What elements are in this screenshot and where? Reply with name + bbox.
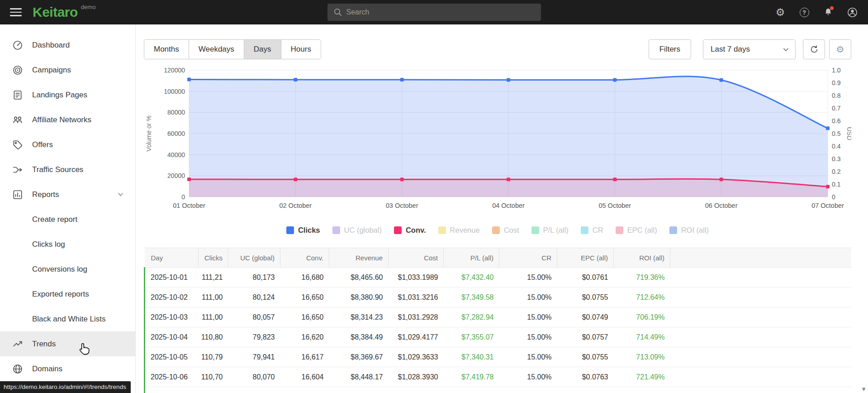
date-range-value: Last 7 days xyxy=(711,45,750,54)
table-cell: 111,00 xyxy=(199,307,228,327)
legend-item-revenue[interactable]: Revenue xyxy=(438,226,480,235)
table-cell: 111,00 xyxy=(199,288,228,307)
column-header: ROI (all) xyxy=(614,248,670,268)
table-cell: 80,070 xyxy=(228,367,280,387)
tab-hours[interactable]: Hours xyxy=(281,40,321,59)
table-cell: 79,823 xyxy=(228,327,280,347)
trends-icon xyxy=(12,339,23,350)
legend-item-epc-all-[interactable]: EPC (all) xyxy=(616,226,657,235)
table-cell: 2025-10-04 xyxy=(145,327,199,347)
sidebar-item-reports[interactable]: Reports xyxy=(0,182,135,207)
table-cell: $1,029.3633 xyxy=(389,347,444,367)
menu-icon[interactable] xyxy=(10,8,22,16)
legend-label: Conv. xyxy=(406,226,426,235)
table-cell: 15.00% xyxy=(499,307,557,327)
legend-swatch xyxy=(531,226,539,234)
table-cell: 15.00% xyxy=(499,347,557,367)
table-cell: 110,70 xyxy=(199,367,228,387)
sidebar-item-campaigns[interactable]: Campaigns xyxy=(0,58,135,82)
table-cell: 712.64% xyxy=(614,288,670,307)
sidebar-item-trends[interactable]: Trends xyxy=(0,331,135,356)
sidebar-item-label: Trends xyxy=(32,340,56,349)
legend-item-uc-global-[interactable]: UC (global) xyxy=(332,226,382,235)
help-icon[interactable]: ? xyxy=(798,6,810,18)
tab-weekdays[interactable]: Weekdays xyxy=(189,40,244,59)
tab-days[interactable]: Days xyxy=(244,40,281,59)
sidebar-item-label: Dashboard xyxy=(32,41,70,50)
interval-tabs: MonthsWeekdaysDaysHours xyxy=(144,39,321,59)
table-cell: 15.00% xyxy=(499,387,557,393)
sidebar-item-label: Traffic Sources xyxy=(32,165,83,174)
table-cell: 15.00% xyxy=(499,367,557,387)
trends-chart-canvas: 02000040000600008000010000012000000.10.2… xyxy=(144,66,851,215)
sidebar-item-clicks-log[interactable]: Clicks log xyxy=(0,232,135,257)
date-range-select[interactable]: Last 7 days xyxy=(703,39,796,59)
legend-item-p-l-all-[interactable]: P/L (all) xyxy=(531,226,569,235)
sidebar-item-label: Create report xyxy=(32,215,77,224)
table-cell: 16,617 xyxy=(280,347,329,367)
refresh-button[interactable] xyxy=(803,39,825,59)
legend-label: Revenue xyxy=(450,226,480,235)
sidebar-item-create-report[interactable]: Create report xyxy=(0,207,135,232)
legend-item-cr[interactable]: CR xyxy=(581,226,603,235)
table-cell: 9,741 xyxy=(280,387,329,393)
table-cell: 16,620 xyxy=(280,327,329,347)
svg-text:0.5: 0.5 xyxy=(832,130,841,137)
svg-text:0: 0 xyxy=(181,193,185,201)
column-header: UC (global) xyxy=(228,248,280,268)
sidebar-item-domains[interactable]: Domains xyxy=(0,356,135,381)
svg-text:04 October: 04 October xyxy=(492,202,525,209)
table-cell: $0.0755 xyxy=(557,347,614,367)
sidebar-item-affiliate-networks[interactable]: Affiliate Networks xyxy=(0,107,135,132)
legend-item-conv-[interactable]: Conv. xyxy=(394,226,426,235)
legend-swatch xyxy=(394,226,402,234)
legend-item-cost[interactable]: Cost xyxy=(492,226,519,235)
column-header: Cost xyxy=(389,248,444,268)
sidebar-item-conversions-log[interactable]: Conversions log xyxy=(0,257,135,282)
logo[interactable]: Keitaro xyxy=(33,5,78,19)
sidebar-item-offers[interactable]: Offers xyxy=(0,132,135,157)
legend-swatch xyxy=(581,226,588,234)
report-toolbar: MonthsWeekdaysDaysHours Filters Last 7 d… xyxy=(144,39,851,59)
chart-settings-button[interactable]: ⚙ xyxy=(829,39,851,59)
status-url-tooltip: https://demo.keitaro.io/admin/#!/trends/… xyxy=(0,381,131,393)
legend-label: ROI (all) xyxy=(681,226,709,235)
table-cell: 15.00% xyxy=(499,288,557,307)
sidebar-item-exported-reports[interactable]: Exported reports xyxy=(0,282,135,307)
table-cell: $1,028.3930 xyxy=(389,367,444,387)
search-input[interactable] xyxy=(327,4,541,21)
filters-button[interactable]: Filters xyxy=(649,39,691,59)
legend-swatch xyxy=(286,226,294,234)
sidebar-item-black-and-white-lists[interactable]: Black and White Lists xyxy=(0,307,135,331)
scrollbar-down-arrow[interactable]: ▼ xyxy=(861,386,867,392)
svg-text:05 October: 05 October xyxy=(598,202,631,209)
topbar: Keitaro demo ⚙ ? xyxy=(0,0,868,24)
sidebar-item-landings-pages[interactable]: Landings Pages xyxy=(0,82,135,107)
table-cell: $4,963.24 xyxy=(329,387,389,393)
legend-item-clicks[interactable]: Clicks xyxy=(286,226,320,235)
sidebar-item-label: Conversions log xyxy=(32,265,87,274)
table-cell: $0.0757 xyxy=(557,327,614,347)
svg-text:120000: 120000 xyxy=(164,67,185,74)
user-account-icon[interactable] xyxy=(846,6,858,18)
svg-text:02 October: 02 October xyxy=(279,202,312,209)
tab-months[interactable]: Months xyxy=(144,40,189,59)
legend-swatch xyxy=(332,226,340,234)
chart-legend: ClicksUC (global)Conv.RevenueCostP/L (al… xyxy=(144,223,851,237)
sidebar-item-dashboard[interactable]: Dashboard xyxy=(0,33,135,58)
column-header: Revenue xyxy=(329,248,389,268)
legend-label: CR xyxy=(593,226,603,235)
table-cell: $7,282.94 xyxy=(444,307,499,327)
table-cell: 16,650 xyxy=(280,288,329,307)
notifications-bell-icon[interactable] xyxy=(822,6,834,18)
table-cell: 2025-10-03 xyxy=(145,307,199,327)
chevron-down-icon xyxy=(783,48,789,52)
legend-label: P/L (all) xyxy=(543,226,569,235)
svg-text:60000: 60000 xyxy=(167,130,185,137)
sidebar-item-label: Campaigns xyxy=(32,66,71,75)
legend-item-roi-all-[interactable]: ROI (all) xyxy=(669,226,709,235)
settings-gear-icon[interactable]: ⚙ xyxy=(774,6,786,18)
domains-icon xyxy=(12,364,23,374)
sidebar-item-traffic-sources[interactable]: Traffic Sources xyxy=(0,157,135,182)
table-cell: $0.0764 xyxy=(557,387,614,393)
